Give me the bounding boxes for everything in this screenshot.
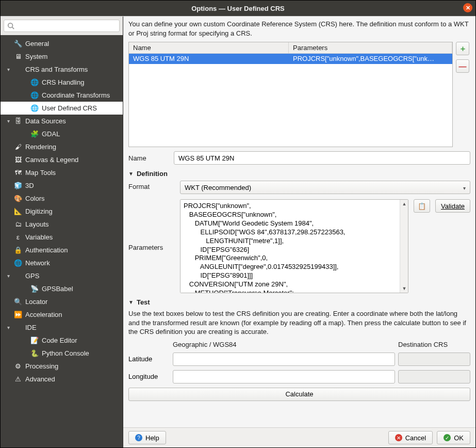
tree-item-system[interactable]: 🖥System: [1, 50, 123, 63]
remove-crs-button[interactable]: —: [456, 59, 469, 73]
tree-item-map-tools[interactable]: 🗺Map Tools: [1, 166, 123, 179]
cancel-label: Cancel: [405, 434, 426, 442]
tree-item-advanced[interactable]: ⚠Advanced: [1, 373, 123, 386]
scroll-down-icon[interactable]: ▼: [400, 284, 408, 293]
expander-icon: ▾: [6, 67, 11, 72]
chevron-down-icon: ▼: [128, 299, 134, 305]
tree-item-network[interactable]: 🌐Network: [1, 257, 123, 269]
tree-item-label: CRS and Transforms: [25, 66, 88, 73]
tree-item-label: Colors: [25, 195, 45, 202]
options-tree[interactable]: 🔧General🖥System▾CRS and Transforms🌐CRS H…: [1, 35, 123, 447]
tree-item-gps[interactable]: ▾GPS: [1, 269, 123, 282]
canvas-legend-icon: 🖼: [14, 156, 22, 164]
header-params[interactable]: Parameters: [289, 42, 452, 53]
layouts-icon: 🗂: [14, 220, 22, 229]
close-icon[interactable]: ✕: [463, 3, 472, 12]
copy-button[interactable]: 📋: [414, 199, 430, 213]
ok-icon: ✓: [444, 434, 451, 441]
tree-item-label: Digitizing: [25, 207, 53, 215]
tree-item-authentication[interactable]: 🔒Authentication: [1, 244, 123, 257]
blank-icon: [14, 272, 22, 280]
user-defined-crs-icon: 🌐: [30, 104, 39, 113]
tree-item-canvas-legend[interactable]: 🖼Canvas & Legend: [1, 153, 123, 166]
tree-item-gpsbabel[interactable]: 📡GPSBabel: [1, 282, 123, 295]
tree-item-rendering[interactable]: 🖌Rendering: [1, 140, 123, 153]
tree-item-data-sources[interactable]: ▾🗄Data Sources: [1, 115, 123, 127]
tree-item-label: Layouts: [25, 220, 49, 228]
calculate-button[interactable]: Calculate: [128, 388, 470, 401]
tree-item-label: Canvas & Legend: [25, 156, 78, 164]
tree-item-label: Processing: [25, 362, 58, 370]
tree-item-variables[interactable]: εVariables: [1, 231, 123, 244]
tree-item-label: General: [25, 40, 49, 47]
gdal-icon: 🧩: [30, 130, 39, 138]
tree-item-3d[interactable]: 🧊3D: [1, 179, 123, 192]
tree-item-crs-and-transforms[interactable]: ▾CRS and Transforms: [1, 63, 123, 76]
tree-item-label: Coordinate Transforms: [42, 91, 110, 99]
blank-icon: [14, 324, 22, 332]
acceleration-icon: ⏩: [14, 311, 22, 319]
sidebar: 🔧General🖥System▾CRS and Transforms🌐CRS H…: [1, 17, 123, 447]
chevron-down-icon: ▾: [463, 185, 466, 191]
python-console-icon: 🐍: [30, 349, 39, 358]
search-input[interactable]: [4, 20, 120, 32]
tree-item-processing[interactable]: ⚙Processing: [1, 360, 123, 373]
add-crs-button[interactable]: ＋: [456, 42, 469, 55]
test-title: Test: [137, 298, 150, 306]
tree-item-coordinate-transforms[interactable]: 🌐Coordinate Transforms: [1, 89, 123, 102]
dialog-button-bar: ? Help ✕ Cancel ✓ OK: [123, 427, 475, 447]
advanced-icon: ⚠: [14, 375, 22, 383]
expander-icon: ▾: [6, 118, 11, 124]
tree-item-label: Rendering: [25, 143, 56, 151]
tree-item-colors[interactable]: 🎨Colors: [1, 192, 123, 205]
parameters-textarea-wrap: ▲ ▼: [180, 199, 408, 293]
format-combo[interactable]: WKT (Recommended) ▾: [180, 181, 470, 194]
test-section-header[interactable]: ▼ Test: [123, 295, 475, 307]
longitude-input[interactable]: [173, 370, 395, 383]
validate-button[interactable]: Validate: [435, 199, 470, 213]
format-value: WKT (Recommended): [185, 184, 251, 191]
name-label: Name: [128, 154, 170, 162]
tree-item-user-defined-crs[interactable]: 🌐User Defined CRS: [1, 102, 123, 115]
tree-item-code-editor[interactable]: 📝Code Editor: [1, 334, 123, 347]
table-row[interactable]: WGS 85 UTM 29NPROJCRS["unknown",BASEGEOG…: [129, 54, 452, 64]
crs-handling-icon: 🌐: [30, 78, 39, 87]
parameters-textarea[interactable]: [180, 200, 400, 293]
chevron-down-icon: ▼: [128, 171, 134, 177]
tree-item-acceleration[interactable]: ⏩Acceleration: [1, 308, 123, 321]
definition-title: Definition: [137, 170, 168, 178]
cancel-button[interactable]: ✕ Cancel: [388, 431, 433, 444]
longitude-label: Longitude: [128, 373, 170, 380]
header-name[interactable]: Name: [129, 42, 289, 53]
name-input[interactable]: [174, 151, 470, 165]
tree-item-gdal[interactable]: 🧩GDAL: [1, 127, 123, 140]
plus-icon: ＋: [459, 44, 467, 54]
code-editor-icon: 📝: [30, 337, 39, 345]
tree-item-label: Code Editor: [42, 337, 77, 344]
tree-item-python-console[interactable]: 🐍Python Console: [1, 347, 123, 360]
tree-item-ide[interactable]: ▾IDE: [1, 321, 123, 334]
tree-item-label: Map Tools: [25, 169, 56, 177]
tree-item-label: GPSBabel: [42, 285, 73, 293]
latitude-dest-output: [398, 353, 470, 366]
scrollbar[interactable]: ▲ ▼: [400, 200, 408, 293]
definition-section-header[interactable]: ▼ Definition: [123, 167, 475, 179]
general-icon: 🔧: [14, 40, 22, 48]
longitude-dest-output: [398, 370, 470, 383]
tree-item-label: Locator: [25, 298, 47, 306]
tree-item-layouts[interactable]: 🗂Layouts: [1, 218, 123, 231]
ok-button[interactable]: ✓ OK: [437, 431, 470, 444]
tree-item-general[interactable]: 🔧General: [1, 37, 123, 50]
tree-item-label: Authentication: [25, 246, 68, 254]
data-sources-icon: 🗄: [14, 117, 22, 125]
locator-icon: 🔍: [14, 298, 22, 306]
tree-item-crs-handling[interactable]: 🌐CRS Handling: [1, 76, 123, 89]
tree-item-label: Acceleration: [25, 311, 62, 318]
crs-list[interactable]: Name Parameters WGS 85 UTM 29NPROJCRS["u…: [128, 42, 453, 147]
scroll-up-icon[interactable]: ▲: [400, 200, 408, 208]
tree-item-digitizing[interactable]: 📐Digitizing: [1, 205, 123, 218]
tree-item-label: CRS Handling: [42, 78, 84, 86]
help-button[interactable]: ? Help: [128, 431, 166, 444]
tree-item-locator[interactable]: 🔍Locator: [1, 295, 123, 308]
latitude-input[interactable]: [173, 353, 395, 366]
